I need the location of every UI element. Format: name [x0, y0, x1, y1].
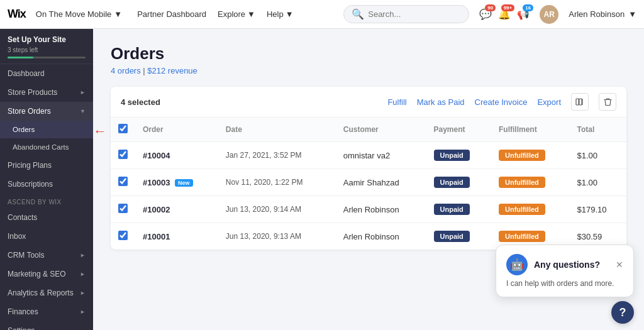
bell-notification[interactable]: 🔔 99+	[498, 8, 511, 20]
create-invoice-button[interactable]: Create Invoice	[475, 97, 528, 107]
sidebar-item-abandoned-carts[interactable]: Abandoned Carts	[0, 138, 93, 156]
sidebar-item-dashboard[interactable]: Dashboard	[0, 64, 93, 83]
chevron-right-icon: ►	[80, 252, 86, 258]
avatar: AR	[540, 5, 558, 24]
chat-bubble-header: 🤖 Any questions? ✕	[506, 254, 623, 275]
bell-badge: 99+	[501, 4, 515, 11]
sidebar-item-analytics-reports[interactable]: Analytics & Reports ►	[0, 283, 93, 302]
sidebar-item-contacts[interactable]: Contacts	[0, 208, 93, 227]
row-date: Jun 13, 2020, 9:13 AM	[218, 223, 336, 250]
fulfillment-status-badge: Unfulfilled	[499, 177, 545, 188]
select-all-checkbox[interactable]	[118, 124, 128, 133]
svg-rect-1	[579, 99, 582, 105]
chevron-down-icon: ▼	[247, 9, 255, 19]
sidebar-label: Analytics & Reports	[8, 289, 74, 297]
columns-icon	[575, 97, 584, 106]
search-bar[interactable]: 🔍	[343, 5, 469, 23]
setup-steps: 3 steps left	[8, 47, 86, 53]
row-payment: Unpaid	[426, 223, 492, 250]
new-badge: New	[175, 179, 193, 187]
fulfill-button[interactable]: Fulfill	[387, 97, 406, 107]
help-dropdown[interactable]: Help ▼	[267, 9, 294, 19]
row-date: Jan 27, 2021, 3:52 PM	[218, 142, 336, 169]
payment-status-badge: Unpaid	[434, 177, 470, 188]
order-number: #10003	[143, 178, 170, 187]
sidebar-item-store-orders[interactable]: Store Orders ▼	[0, 102, 93, 121]
sidebar-label: Inbox	[8, 232, 26, 241]
chevron-right-icon: ►	[80, 290, 86, 296]
chat-body: I can help with orders and more.	[506, 279, 623, 288]
header-customer: Customer	[336, 118, 426, 142]
megaphone-notification[interactable]: 📢 16	[517, 8, 530, 20]
table-row: #10003 New Nov 11, 2020, 1:22 PM Aamir S…	[111, 169, 626, 196]
export-button[interactable]: Export	[537, 97, 561, 107]
search-input[interactable]	[368, 9, 461, 19]
sidebar-item-pricing-plans[interactable]: Pricing Plans	[0, 156, 93, 175]
site-name-dropdown[interactable]: On The Move Mobile ▼	[36, 9, 122, 19]
chat-badge: 90	[485, 4, 496, 11]
header-date: Date	[218, 118, 336, 142]
row-payment: Unpaid	[426, 196, 492, 223]
svg-rect-0	[576, 99, 579, 105]
sidebar-item-crm-tools[interactable]: CRM Tools ►	[0, 246, 93, 265]
mark-as-paid-button[interactable]: Mark as Paid	[417, 97, 465, 107]
sidebar-item-store-products[interactable]: Store Products ►	[0, 83, 93, 102]
partner-dashboard-link[interactable]: Partner Dashboard	[137, 9, 206, 19]
table-toolbar: ↓ 4 selected Fulfill Mark as Paid Create…	[111, 87, 626, 118]
row-total: $179.10	[570, 196, 626, 223]
notification-icons: 💬 90 🔔 99+ 📢 16	[479, 8, 530, 20]
setup-panel: Set Up Your Site 3 steps left	[0, 29, 93, 64]
row-order[interactable]: #10002	[135, 196, 218, 223]
row-total: $1.00	[570, 142, 626, 169]
chevron-down-icon: ▼	[114, 9, 122, 19]
sidebar-item-subscriptions[interactable]: Subscriptions	[0, 175, 93, 194]
sidebar-label: Abandoned Carts	[13, 143, 69, 151]
chat-avatar: 🤖	[506, 254, 528, 275]
row-customer: Arlen Robinson	[336, 196, 426, 223]
orders-tbody: #10004 Jan 27, 2021, 3:52 PM omnistar va…	[111, 142, 626, 250]
row-checkbox[interactable]	[118, 177, 128, 186]
chat-close-button[interactable]: ✕	[616, 260, 623, 270]
sidebar-item-settings[interactable]: Settings	[0, 321, 93, 330]
row-order[interactable]: #10001	[135, 223, 218, 250]
row-order[interactable]: #10003 New	[135, 169, 218, 196]
explore-dropdown[interactable]: Explore ▼	[218, 9, 255, 19]
sidebar-label: Store Orders	[8, 107, 51, 116]
chevron-right-icon: ►	[80, 89, 86, 96]
sidebar-label: CRM Tools	[8, 251, 44, 260]
fulfillment-status-badge: Unfulfilled	[499, 231, 545, 242]
chevron-right-icon: ►	[80, 271, 86, 277]
chat-notification[interactable]: 💬 90	[479, 8, 492, 20]
row-checkbox[interactable]	[118, 204, 128, 213]
sidebar-label: Dashboard	[8, 69, 45, 78]
orders-table-card: ↓ 4 selected Fulfill Mark as Paid Create…	[111, 87, 626, 250]
columns-icon-button[interactable]	[571, 93, 589, 111]
help-fab-button[interactable]: ?	[611, 301, 634, 324]
header-fulfillment: Fulfillment	[491, 118, 570, 142]
table-header-row: Order Date Customer Payment Fulfillment …	[111, 118, 626, 142]
sidebar-item-marketing-seo[interactable]: Marketing & SEO ►	[0, 265, 93, 283]
order-number: #10001	[143, 232, 170, 241]
page-subtitle: 4 orders | $212 revenue	[111, 66, 626, 75]
row-checkbox-cell	[111, 142, 135, 169]
payment-status-badge: Unpaid	[434, 150, 470, 161]
trash-icon-button[interactable]	[599, 93, 616, 111]
row-checkbox[interactable]	[118, 231, 128, 240]
row-date: Nov 11, 2020, 1:22 PM	[218, 169, 336, 196]
row-checkbox[interactable]	[118, 150, 128, 159]
user-menu[interactable]: Arlen Robinson ▼	[569, 9, 636, 19]
sidebar-item-orders[interactable]: Orders	[0, 121, 93, 138]
sidebar-label: Settings	[8, 326, 35, 330]
page-title: Orders	[111, 44, 626, 63]
payment-status-badge: Unpaid	[434, 231, 470, 242]
fulfillment-status-badge: Unfulfilled	[499, 204, 545, 215]
row-order[interactable]: #10004	[135, 142, 218, 169]
revenue-link[interactable]: $212 revenue	[147, 66, 197, 75]
sidebar-section-ascend: Ascend by Wix	[0, 194, 93, 208]
row-checkbox-cell	[111, 196, 135, 223]
top-navbar: Wix On The Move Mobile ▼ Partner Dashboa…	[0, 0, 644, 29]
sidebar-item-inbox[interactable]: Inbox	[0, 227, 93, 246]
sidebar-label: Store Products	[8, 88, 57, 97]
sidebar-item-finances[interactable]: Finances ►	[0, 302, 93, 321]
row-payment: Unpaid	[426, 169, 492, 196]
